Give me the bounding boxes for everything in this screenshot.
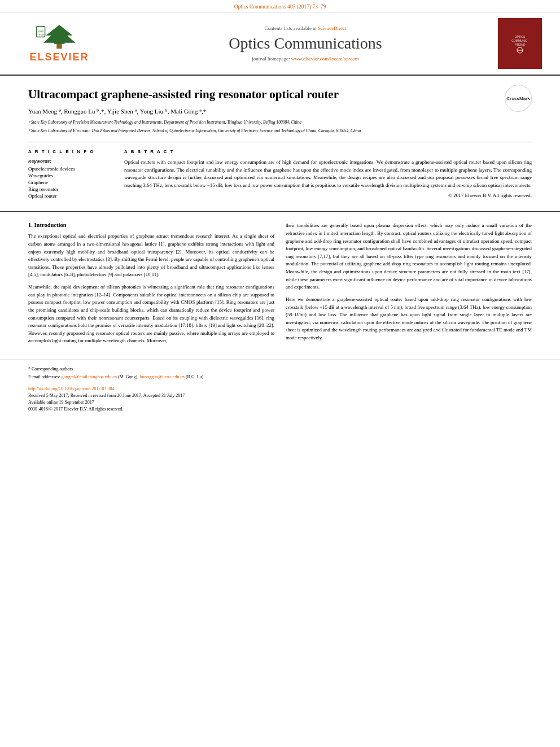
doi-section: http://dx.doi.org/10.1016/j.optcom.2017.… [0, 384, 560, 418]
crossmark-badge[interactable]: CrossMark [505, 85, 532, 112]
sciencedirect-line: Contents lists available at ScienceDirec… [265, 25, 347, 31]
journal-homepage: journal homepage: www.elsevier.com/locat… [252, 56, 358, 62]
corresponding-note: * Corresponding authors. [28, 366, 532, 372]
citation-link[interactable]: Optics Communications 405 (2017) 73–79 [234, 4, 326, 10]
article-info-heading: A R T I C L E I N F O [28, 149, 113, 154]
list-item: Optoelectronic devices [28, 166, 113, 172]
abstract-text: Optical routers with compact footprint a… [124, 159, 532, 189]
main-body: 1. Introduction The exceptional optical … [0, 212, 560, 360]
email-line: E-mail addresses: gongml@mail.tsinghua.e… [28, 374, 532, 380]
svg-text:OF LIFE: OF LIFE [38, 34, 45, 36]
right-column: their tunabilities are generally based u… [286, 222, 532, 350]
journal-title: Optics Communications [229, 34, 382, 53]
svg-text:ATIONS: ATIONS [515, 43, 526, 46]
available-text: Available online 19 September 2017 [28, 399, 532, 406]
issn-text: 0030-4018/© 2017 Elsevier B.V. All right… [28, 406, 532, 413]
abstract-heading: A B S T R A C T [124, 149, 532, 154]
svg-marker-1 [43, 25, 75, 44]
list-item: Ring resonator [28, 186, 113, 192]
header-right: OPTICS COMMUNIC- ATIONS [498, 18, 549, 69]
elsevier-tree-icon: TREE OF LIFE [34, 24, 85, 50]
journal-thumbnail: OPTICS COMMUNIC- ATIONS [498, 18, 542, 69]
email2-link[interactable]: lurongguo@uestc.edu.cn [139, 374, 185, 379]
authors: Yuan Meng ᵃ, Rongguo Lu ᵇ,*, Yijie Shen … [28, 108, 532, 115]
sciencedirect-link[interactable]: ScienceDirect [318, 25, 346, 31]
article-info: A R T I C L E I N F O Keywords: Optoelec… [28, 149, 113, 200]
intro-heading: 1. Introduction [28, 222, 274, 228]
header-center: Contents lists available at ScienceDirec… [122, 18, 489, 69]
paper-content: CrossMark Ultracompact graphene-assisted… [0, 76, 560, 212]
list-item: Waveguides [28, 173, 113, 178]
right-para1: their tunabilities are generally based u… [286, 222, 532, 291]
svg-text:OPTICS: OPTICS [515, 35, 526, 38]
copyright: © 2017 Elsevier B.V. All rights reserved… [124, 193, 532, 198]
keywords-label: Keywords: [28, 159, 113, 164]
top-bar: Optics Communications 405 (2017) 73–79 [0, 0, 560, 12]
list-item: Optical router [28, 193, 113, 199]
email1-link[interactable]: gongml@mail.tsinghua.edu.cn [62, 374, 117, 379]
left-column: 1. Introduction The exceptional optical … [28, 222, 274, 350]
list-item: Graphene [28, 180, 113, 185]
affiliation-b: ᵇ State Key Laboratory of Electronic Thi… [28, 128, 532, 134]
footnote-section: * Corresponding authors. E-mail addresse… [0, 360, 560, 384]
intro-para2: Meanwhile, the rapid development of sili… [28, 283, 274, 345]
journal-header: TREE OF LIFE ELSEVIER Contents lists ava… [0, 12, 560, 76]
abstract-section: A B S T R A C T Optical routers with com… [124, 149, 532, 200]
right-para2: Here we demonstrate a graphene-assisted … [286, 296, 532, 342]
svg-text:TREE: TREE [38, 30, 44, 33]
affiliation-a: ᵃ State Key Laboratory of Precision Meas… [28, 120, 532, 126]
homepage-link[interactable]: www.elsevier.com/locate/optcom [291, 56, 359, 62]
elsevier-brand: ELSEVIER [29, 51, 89, 63]
paper-title: Ultracompact graphene-assisted ring reso… [28, 87, 532, 102]
received-text: Received 5 May 2017; Received in revised… [28, 392, 532, 399]
keyword-list: Optoelectronic devices Waveguides Graphe… [28, 166, 113, 199]
svg-text:COMMUNIC-: COMMUNIC- [511, 39, 528, 42]
article-body: A R T I C L E I N F O Keywords: Optoelec… [28, 142, 532, 200]
journal-thumb-icon: OPTICS COMMUNIC- ATIONS [506, 32, 534, 55]
intro-para1: The exceptional optical and electrical p… [28, 233, 274, 279]
elsevier-logo: TREE OF LIFE ELSEVIER [11, 24, 107, 63]
header-left: TREE OF LIFE ELSEVIER [11, 18, 113, 69]
doi-link[interactable]: http://dx.doi.org/10.1016/j.optcom.2017.… [28, 386, 532, 391]
